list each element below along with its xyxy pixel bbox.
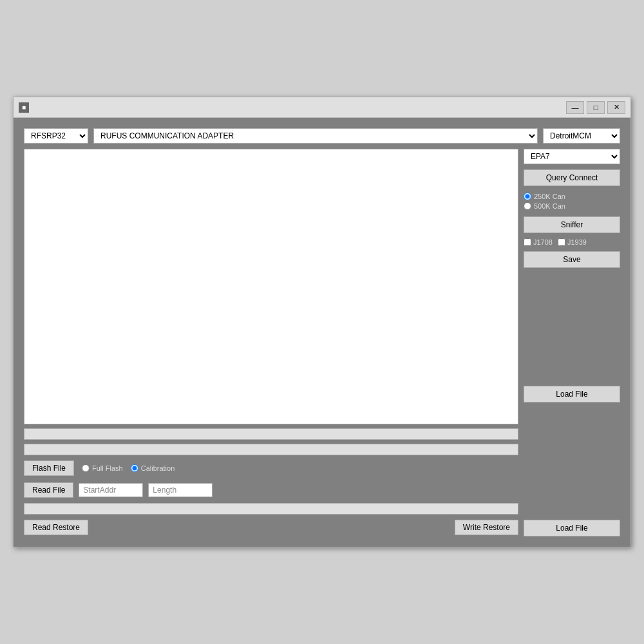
left-panel: Flash File Full Flash Calibration Read F… [24,149,518,536]
right-panel: EPA7 Query Connect 250K Can 500K Can [524,149,620,536]
sniffer-button[interactable]: Sniffer [524,216,620,233]
start-addr-input[interactable] [79,483,143,497]
main-text-area[interactable] [24,149,518,424]
radio-500k-label: 500K Can [524,202,620,210]
restore-row: Read Restore Write Restore [24,518,518,536]
right-top-dropdown[interactable]: DetroitMCM [543,128,620,144]
window-controls: — □ ✕ [566,101,625,114]
spacer-2 [524,408,620,515]
query-connect-button[interactable]: Query Connect [524,169,620,186]
full-flash-radio[interactable] [82,464,90,472]
flash-row: Flash File Full Flash Calibration [24,459,518,477]
radio-250k[interactable] [524,193,531,200]
progress-bar-2 [24,444,518,455]
read-row: Read File [24,481,518,499]
right-sub-dropdown[interactable]: EPA7 [524,149,620,164]
can-radio-group: 250K Can 500K Can [524,191,620,211]
maximize-button[interactable]: □ [587,101,605,114]
progress-bar-1 [24,428,518,440]
radio-250k-label: 250K Can [524,193,620,200]
progress-bar-3 [24,503,518,515]
main-area: Flash File Full Flash Calibration Read F… [24,149,620,536]
length-input[interactable] [148,483,213,497]
minimize-button[interactable]: — [566,101,584,114]
window-icon: ■ [19,102,29,113]
full-flash-radio-label: Full Flash [82,464,123,472]
checkbox-row: J1708 J1939 [524,238,620,246]
calibration-radio-label: Calibration [131,464,175,472]
load-file-2-button[interactable]: Load File [524,520,620,536]
content-area: RFSRP32 RUFUS COMMUNICATION ADAPTER Detr… [14,118,630,547]
top-dropdown-row: RFSRP32 RUFUS COMMUNICATION ADAPTER Detr… [24,128,620,144]
j1708-checkbox[interactable] [524,238,531,246]
read-file-button[interactable]: Read File [24,482,73,498]
main-window: ■ — □ ✕ RFSRP32 RUFUS COMMUNICATION ADAP… [13,97,631,547]
j1708-checkbox-label: J1708 [524,238,553,246]
flash-file-button[interactable]: Flash File [24,460,74,476]
save-button[interactable]: Save [524,251,620,268]
middle-dropdown[interactable]: RUFUS COMMUNICATION ADAPTER [93,128,538,144]
read-restore-button[interactable]: Read Restore [24,520,88,535]
calibration-radio[interactable] [131,464,138,472]
close-button[interactable]: ✕ [607,101,625,114]
load-file-1-button[interactable]: Load File [524,386,620,402]
j1939-checkbox[interactable] [558,238,565,246]
left-dropdown[interactable]: RFSRP32 [24,128,88,144]
spacer [524,273,620,381]
progress-restore-row [24,503,518,515]
radio-500k[interactable] [524,202,531,210]
j1939-checkbox-label: J1939 [558,238,587,246]
title-bar: ■ — □ ✕ [14,97,630,118]
write-restore-button[interactable]: Write Restore [455,520,518,535]
